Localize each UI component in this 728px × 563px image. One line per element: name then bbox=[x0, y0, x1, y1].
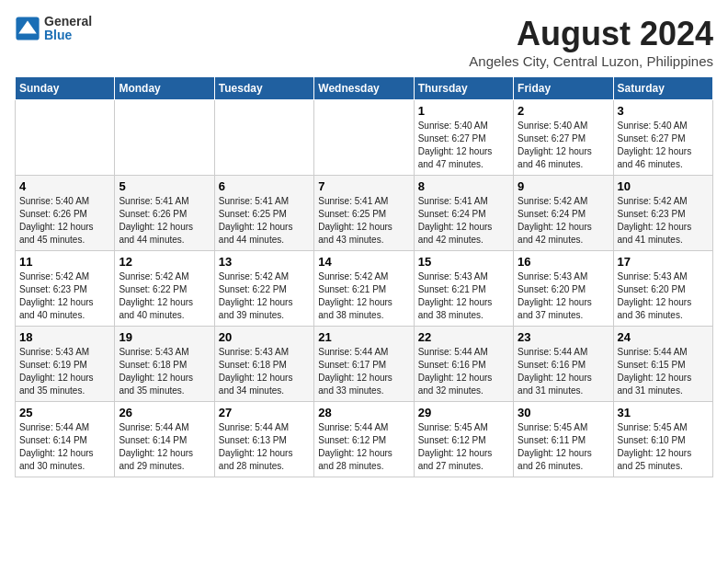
calendar-table: Sunday Monday Tuesday Wednesday Thursday… bbox=[15, 76, 713, 477]
header-monday: Monday bbox=[115, 77, 214, 100]
title-area: August 2024 Angeles City, Central Luzon,… bbox=[469, 15, 713, 69]
calendar-cell-1-6: 10Sunrise: 5:42 AM Sunset: 6:23 PM Dayli… bbox=[613, 176, 712, 251]
calendar-cell-0-5: 2Sunrise: 5:40 AM Sunset: 6:27 PM Daylig… bbox=[514, 100, 613, 176]
day-info: Sunrise: 5:44 AM Sunset: 6:17 PM Dayligh… bbox=[318, 346, 409, 397]
calendar-cell-3-3: 21Sunrise: 5:44 AM Sunset: 6:17 PM Dayli… bbox=[314, 327, 414, 402]
day-info: Sunrise: 5:40 AM Sunset: 6:27 PM Dayligh… bbox=[518, 120, 609, 171]
calendar-cell-0-0 bbox=[16, 100, 115, 176]
day-info: Sunrise: 5:44 AM Sunset: 6:15 PM Dayligh… bbox=[618, 346, 709, 397]
day-number: 2 bbox=[518, 104, 609, 118]
day-info: Sunrise: 5:44 AM Sunset: 6:13 PM Dayligh… bbox=[219, 421, 310, 473]
calendar-cell-2-5: 16Sunrise: 5:43 AM Sunset: 6:20 PM Dayli… bbox=[514, 251, 613, 327]
calendar-cell-2-1: 12Sunrise: 5:42 AM Sunset: 6:22 PM Dayli… bbox=[115, 251, 214, 327]
day-info: Sunrise: 5:42 AM Sunset: 6:22 PM Dayligh… bbox=[119, 270, 210, 322]
logo-blue: Blue bbox=[44, 29, 92, 42]
calendar-cell-0-2 bbox=[214, 100, 313, 176]
logo-icon bbox=[15, 16, 40, 41]
day-number: 14 bbox=[318, 255, 409, 269]
day-info: Sunrise: 5:42 AM Sunset: 6:22 PM Dayligh… bbox=[219, 270, 310, 322]
calendar-cell-3-2: 20Sunrise: 5:43 AM Sunset: 6:18 PM Dayli… bbox=[214, 327, 313, 402]
calendar-cell-2-4: 15Sunrise: 5:43 AM Sunset: 6:21 PM Dayli… bbox=[414, 251, 513, 327]
day-info: Sunrise: 5:44 AM Sunset: 6:14 PM Dayligh… bbox=[19, 421, 110, 473]
day-info: Sunrise: 5:40 AM Sunset: 6:27 PM Dayligh… bbox=[618, 120, 709, 171]
day-number: 30 bbox=[518, 406, 609, 419]
day-number: 8 bbox=[418, 179, 509, 193]
day-number: 6 bbox=[219, 179, 310, 193]
day-info: Sunrise: 5:42 AM Sunset: 6:23 PM Dayligh… bbox=[19, 270, 110, 322]
day-number: 27 bbox=[219, 406, 310, 419]
calendar-cell-2-0: 11Sunrise: 5:42 AM Sunset: 6:23 PM Dayli… bbox=[16, 251, 115, 327]
header-wednesday: Wednesday bbox=[314, 77, 414, 100]
day-info: Sunrise: 5:41 AM Sunset: 6:25 PM Dayligh… bbox=[318, 195, 409, 247]
day-number: 28 bbox=[318, 406, 409, 419]
day-number: 12 bbox=[119, 255, 210, 269]
day-info: Sunrise: 5:42 AM Sunset: 6:24 PM Dayligh… bbox=[518, 195, 609, 247]
day-number: 31 bbox=[618, 406, 709, 419]
day-number: 16 bbox=[518, 255, 609, 269]
calendar-cell-4-0: 25Sunrise: 5:44 AM Sunset: 6:14 PM Dayli… bbox=[16, 402, 115, 477]
day-info: Sunrise: 5:44 AM Sunset: 6:12 PM Dayligh… bbox=[318, 421, 409, 473]
day-number: 3 bbox=[618, 104, 709, 118]
day-info: Sunrise: 5:43 AM Sunset: 6:20 PM Dayligh… bbox=[518, 270, 609, 322]
day-info: Sunrise: 5:41 AM Sunset: 6:24 PM Dayligh… bbox=[418, 195, 509, 247]
day-info: Sunrise: 5:42 AM Sunset: 6:23 PM Dayligh… bbox=[618, 195, 709, 247]
day-info: Sunrise: 5:45 AM Sunset: 6:11 PM Dayligh… bbox=[518, 421, 609, 473]
calendar-cell-1-1: 5Sunrise: 5:41 AM Sunset: 6:26 PM Daylig… bbox=[115, 176, 214, 251]
calendar-header: Sunday Monday Tuesday Wednesday Thursday… bbox=[16, 77, 713, 100]
calendar-cell-3-4: 22Sunrise: 5:44 AM Sunset: 6:16 PM Dayli… bbox=[414, 327, 513, 402]
calendar-cell-3-1: 19Sunrise: 5:43 AM Sunset: 6:18 PM Dayli… bbox=[115, 327, 214, 402]
day-info: Sunrise: 5:43 AM Sunset: 6:20 PM Dayligh… bbox=[618, 270, 709, 322]
week-row-2: 4Sunrise: 5:40 AM Sunset: 6:26 PM Daylig… bbox=[16, 176, 713, 251]
day-info: Sunrise: 5:43 AM Sunset: 6:18 PM Dayligh… bbox=[119, 346, 210, 397]
day-number: 15 bbox=[418, 255, 509, 269]
calendar-cell-4-4: 29Sunrise: 5:45 AM Sunset: 6:12 PM Dayli… bbox=[414, 402, 513, 477]
day-info: Sunrise: 5:45 AM Sunset: 6:10 PM Dayligh… bbox=[618, 421, 709, 473]
calendar-cell-2-6: 17Sunrise: 5:43 AM Sunset: 6:20 PM Dayli… bbox=[613, 251, 712, 327]
day-number: 1 bbox=[418, 104, 509, 118]
day-number: 23 bbox=[518, 330, 609, 344]
header-friday: Friday bbox=[514, 77, 613, 100]
week-row-3: 11Sunrise: 5:42 AM Sunset: 6:23 PM Dayli… bbox=[16, 251, 713, 327]
calendar-cell-3-5: 23Sunrise: 5:44 AM Sunset: 6:16 PM Dayli… bbox=[514, 327, 613, 402]
day-number: 29 bbox=[418, 406, 509, 419]
calendar-cell-4-1: 26Sunrise: 5:44 AM Sunset: 6:14 PM Dayli… bbox=[115, 402, 214, 477]
day-number: 21 bbox=[318, 330, 409, 344]
calendar-cell-0-3 bbox=[314, 100, 414, 176]
logo: General Blue bbox=[15, 15, 92, 43]
day-number: 4 bbox=[19, 179, 110, 193]
week-row-4: 18Sunrise: 5:43 AM Sunset: 6:19 PM Dayli… bbox=[16, 327, 713, 402]
day-number: 7 bbox=[318, 179, 409, 193]
day-info: Sunrise: 5:44 AM Sunset: 6:16 PM Dayligh… bbox=[418, 346, 509, 397]
day-info: Sunrise: 5:42 AM Sunset: 6:21 PM Dayligh… bbox=[318, 270, 409, 322]
day-number: 13 bbox=[219, 255, 310, 269]
day-info: Sunrise: 5:43 AM Sunset: 6:18 PM Dayligh… bbox=[219, 346, 310, 397]
day-info: Sunrise: 5:41 AM Sunset: 6:26 PM Dayligh… bbox=[119, 195, 210, 247]
day-number: 17 bbox=[618, 255, 709, 269]
day-number: 24 bbox=[618, 330, 709, 344]
calendar-cell-4-5: 30Sunrise: 5:45 AM Sunset: 6:11 PM Dayli… bbox=[514, 402, 613, 477]
header-thursday: Thursday bbox=[414, 77, 513, 100]
day-number: 26 bbox=[119, 406, 210, 419]
calendar-cell-1-2: 6Sunrise: 5:41 AM Sunset: 6:25 PM Daylig… bbox=[214, 176, 313, 251]
header-saturday: Saturday bbox=[613, 77, 712, 100]
day-number: 18 bbox=[19, 330, 110, 344]
calendar-cell-4-3: 28Sunrise: 5:44 AM Sunset: 6:12 PM Dayli… bbox=[314, 402, 414, 477]
day-number: 9 bbox=[518, 179, 609, 193]
calendar-cell-1-0: 4Sunrise: 5:40 AM Sunset: 6:26 PM Daylig… bbox=[16, 176, 115, 251]
header-tuesday: Tuesday bbox=[214, 77, 313, 100]
calendar-cell-4-2: 27Sunrise: 5:44 AM Sunset: 6:13 PM Dayli… bbox=[214, 402, 313, 477]
day-number: 5 bbox=[119, 179, 210, 193]
calendar-cell-3-6: 24Sunrise: 5:44 AM Sunset: 6:15 PM Dayli… bbox=[613, 327, 712, 402]
main-title: August 2024 bbox=[469, 15, 713, 53]
calendar-cell-4-6: 31Sunrise: 5:45 AM Sunset: 6:10 PM Dayli… bbox=[613, 402, 712, 477]
day-info: Sunrise: 5:40 AM Sunset: 6:27 PM Dayligh… bbox=[418, 120, 509, 171]
calendar-cell-1-5: 9Sunrise: 5:42 AM Sunset: 6:24 PM Daylig… bbox=[514, 176, 613, 251]
page-header: General Blue August 2024 Angeles City, C… bbox=[15, 15, 713, 69]
day-info: Sunrise: 5:43 AM Sunset: 6:21 PM Dayligh… bbox=[418, 270, 509, 322]
logo-general: General bbox=[44, 15, 92, 29]
calendar-cell-1-4: 8Sunrise: 5:41 AM Sunset: 6:24 PM Daylig… bbox=[414, 176, 513, 251]
day-number: 22 bbox=[418, 330, 509, 344]
day-number: 19 bbox=[119, 330, 210, 344]
calendar-cell-1-3: 7Sunrise: 5:41 AM Sunset: 6:25 PM Daylig… bbox=[314, 176, 414, 251]
header-sunday: Sunday bbox=[16, 77, 115, 100]
